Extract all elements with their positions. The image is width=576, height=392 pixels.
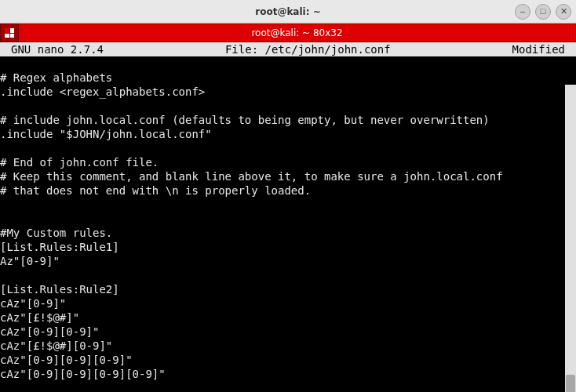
maximize-button[interactable]: □: [535, 4, 551, 20]
nano-file-label: File: /etc/john/john.conf: [104, 42, 512, 56]
nano-editor-body[interactable]: # Regex alphabets .include <regex_alphab…: [0, 56, 576, 381]
window-controls: – □ ✕: [515, 4, 571, 20]
close-button[interactable]: ✕: [556, 4, 571, 20]
scrollbar-track[interactable]: [565, 85, 576, 392]
terminal-tabbar: root@kali: ~ 80x32: [0, 24, 576, 42]
nano-app-name: GNU nano 2.7.4: [0, 42, 104, 56]
workspace-icon[interactable]: [0, 24, 19, 42]
nano-header: GNU nano 2.7.4 File: /etc/john/john.conf…: [0, 42, 576, 56]
terminal-tab[interactable]: root@kali: ~ 80x32: [19, 24, 576, 42]
nano-status: Modified: [512, 42, 576, 56]
window-titlebar: root@kali: ~ – □ ✕: [0, 0, 576, 24]
scrollbar-thumb[interactable]: [566, 375, 575, 392]
window-title: root@kali: ~: [255, 6, 320, 17]
terminal-tab-label: root@kali: ~ 80x32: [251, 27, 342, 38]
minimize-button[interactable]: –: [515, 4, 530, 20]
